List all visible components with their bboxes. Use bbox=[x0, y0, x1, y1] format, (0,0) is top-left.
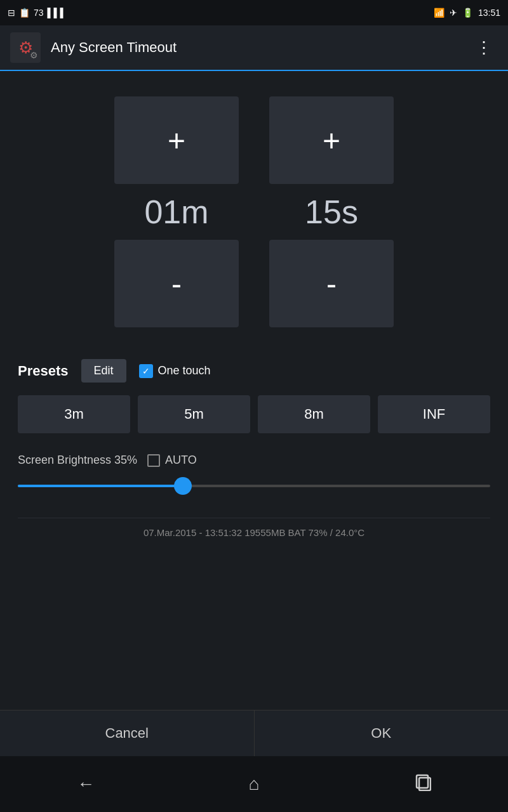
auto-brightness-checkbox[interactable] bbox=[147, 454, 160, 467]
recents-button[interactable] bbox=[403, 763, 441, 806]
brightness-slider-container bbox=[18, 477, 490, 495]
brightness-label: Screen Brightness 35% bbox=[18, 454, 137, 467]
main-content: + 01m - + 15s - Presets Edit bbox=[0, 71, 508, 538]
app-icon: ⚙ ⚙ bbox=[10, 32, 41, 63]
presets-label: Presets bbox=[18, 363, 69, 379]
seconds-increment-button[interactable]: + bbox=[269, 96, 394, 184]
recents-icon bbox=[413, 775, 431, 795]
brightness-header: Screen Brightness 35% AUTO bbox=[18, 454, 490, 467]
preset-inf-button[interactable]: INF bbox=[378, 395, 490, 433]
app-title: Any Screen Timeout bbox=[51, 39, 471, 56]
timer-section: + 01m - + 15s - bbox=[0, 71, 508, 340]
minutes-value: 01m bbox=[144, 184, 208, 240]
preset-8m-button[interactable]: 8m bbox=[258, 395, 370, 433]
status-bar: ⊟ 📋 73 ▌▌▌ 📶 ✈ 🔋 13:51 bbox=[0, 0, 508, 25]
home-icon: ⌂ bbox=[249, 774, 260, 794]
overflow-menu-button[interactable]: ⋮ bbox=[471, 33, 498, 63]
airplane-icon: ✈ bbox=[450, 8, 457, 18]
nav-bar: ← ⌂ bbox=[0, 756, 508, 812]
presets-buttons: 3m 5m 8m INF bbox=[18, 395, 490, 433]
presets-section: Presets Edit ✓ One touch 3m 5m 8m INF bbox=[0, 340, 508, 433]
preset-5m-button[interactable]: 5m bbox=[138, 395, 250, 433]
one-touch-container: ✓ One touch bbox=[139, 364, 211, 378]
seconds-value: 15s bbox=[305, 184, 358, 240]
brightness-slider-track bbox=[18, 485, 490, 487]
minutes-decrement-button[interactable]: - bbox=[114, 240, 239, 327]
seconds-decrement-button[interactable]: - bbox=[269, 240, 394, 327]
bottom-buttons: Cancel OK bbox=[0, 710, 508, 756]
clock: 13:51 bbox=[478, 8, 500, 18]
one-touch-checkbox[interactable]: ✓ bbox=[139, 364, 153, 378]
wifi-icon: 📶 bbox=[434, 8, 444, 18]
one-touch-label: One touch bbox=[158, 364, 211, 377]
presets-header: Presets Edit ✓ One touch bbox=[18, 359, 490, 383]
status-info: 07.Mar.2015 - 13:51:32 19555MB BAT 73% /… bbox=[0, 495, 508, 538]
preset-3m-button[interactable]: 3m bbox=[18, 395, 130, 433]
notification-icon: ⊟ bbox=[8, 8, 15, 18]
battery-icon: 🔋 bbox=[462, 8, 473, 18]
brightness-section: Screen Brightness 35% AUTO bbox=[0, 433, 508, 495]
status-info-text: 07.Mar.2015 - 13:51:32 19555MB BAT 73% /… bbox=[18, 527, 490, 538]
ok-button[interactable]: OK bbox=[255, 710, 509, 756]
status-left-icons: ⊟ 📋 73 ▌▌▌ bbox=[8, 8, 66, 18]
app-bar: ⚙ ⚙ Any Screen Timeout ⋮ bbox=[0, 25, 508, 71]
minutes-increment-button[interactable]: + bbox=[114, 96, 239, 184]
battery-number: 73 bbox=[34, 8, 44, 18]
status-right-icons: 📶 ✈ 🔋 13:51 bbox=[434, 8, 500, 18]
gear-small-icon: ⚙ bbox=[30, 50, 38, 60]
clipboard-icon: 📋 bbox=[19, 8, 30, 18]
minutes-column: + 01m - bbox=[114, 96, 239, 327]
back-arrow-icon: ← bbox=[77, 774, 95, 794]
signal-bars-icon: ▌▌▌ bbox=[48, 8, 67, 18]
auto-label: AUTO bbox=[165, 454, 197, 467]
auto-checkbox-container: AUTO bbox=[147, 454, 197, 467]
divider bbox=[18, 518, 490, 518]
timer-controls: + 01m - + 15s - bbox=[114, 96, 394, 327]
brightness-slider-fill bbox=[18, 485, 183, 487]
seconds-column: + 15s - bbox=[269, 96, 394, 327]
edit-presets-button[interactable]: Edit bbox=[81, 359, 126, 383]
home-button[interactable]: ⌂ bbox=[239, 764, 270, 804]
back-button[interactable]: ← bbox=[67, 764, 105, 804]
cancel-button[interactable]: Cancel bbox=[0, 710, 255, 756]
brightness-slider-thumb[interactable] bbox=[174, 477, 192, 495]
